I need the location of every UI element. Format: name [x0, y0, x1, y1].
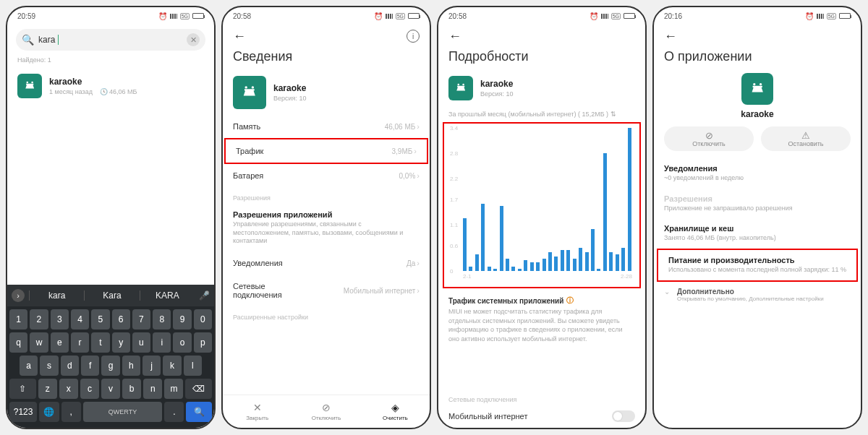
key[interactable]: m — [164, 379, 183, 399]
key[interactable]: 9 — [173, 309, 191, 330]
key[interactable]: i — [153, 332, 171, 353]
bar — [511, 267, 515, 271]
back-icon[interactable]: ← — [664, 29, 677, 44]
bar — [463, 218, 467, 271]
back-icon[interactable]: ← — [233, 29, 246, 44]
chevron-right-icon: › — [417, 259, 420, 267]
key[interactable]: f — [81, 356, 99, 376]
key[interactable]: ⌫ — [185, 379, 212, 399]
action-disable[interactable]: ⊘Отключить — [292, 395, 360, 428]
key[interactable]: j — [142, 356, 161, 376]
row-mobile-internet[interactable]: Мобильный интернет — [438, 405, 645, 428]
key[interactable]: u — [132, 332, 150, 353]
key[interactable]: t — [91, 332, 109, 353]
row-traffic[interactable]: Трафик 3,9МБ› — [224, 138, 428, 164]
toggle[interactable] — [612, 410, 635, 422]
label: Память — [233, 122, 260, 131]
bar — [597, 269, 600, 271]
row-notifications[interactable]: Уведомления ~0 уведомлений в неделю — [654, 158, 861, 189]
key[interactable]: x — [59, 379, 78, 399]
bar — [591, 229, 595, 271]
info-icon[interactable]: i — [407, 30, 420, 43]
key[interactable]: k — [163, 356, 181, 376]
bar — [530, 262, 534, 271]
key[interactable]: w — [30, 332, 48, 353]
suggestion[interactable]: kara — [29, 290, 84, 301]
app-age: 1 месяц назад — [49, 88, 93, 95]
key[interactable]: 🌐 — [39, 402, 59, 422]
keyboard[interactable]: › kara Kara KARA 🎤 1234567890 qwertyuiop… — [7, 285, 214, 428]
action-close[interactable]: ✕Закрыть — [223, 395, 292, 428]
key[interactable]: o — [173, 332, 191, 353]
key[interactable]: 8 — [153, 309, 171, 330]
close-icon: ✕ — [253, 402, 262, 413]
y-tick: 0.6 — [450, 243, 458, 249]
key[interactable]: a — [20, 356, 38, 376]
signal-icon — [170, 14, 177, 19]
signal-icon — [817, 14, 824, 19]
key[interactable]: ⇧ — [9, 379, 36, 399]
pill-stop[interactable]: ⚠Остановить — [761, 126, 851, 151]
key[interactable]: 6 — [112, 309, 130, 330]
y-tick: 2.2 — [450, 175, 458, 181]
key[interactable]: n — [143, 379, 162, 399]
battery-icon — [839, 13, 851, 19]
svg-point-0 — [26, 82, 28, 84]
row-power[interactable]: Питание и производительность Использован… — [657, 249, 858, 282]
sys-traffic-title: Трафик системных приложенийⓘ — [438, 288, 645, 307]
key[interactable]: 3 — [51, 309, 69, 330]
clear-icon[interactable]: ✕ — [187, 33, 200, 46]
key[interactable]: l — [184, 356, 202, 376]
value: 3,9МБ — [392, 147, 413, 155]
row-memory[interactable]: Память 46,06 МБ› — [223, 115, 430, 138]
key[interactable]: QWERTY — [83, 402, 162, 422]
row-notifications[interactable]: Уведомления Да› — [223, 251, 430, 275]
action-clear[interactable]: ◈Очистить — [361, 395, 430, 428]
key[interactable]: 5 — [91, 309, 109, 330]
back-icon[interactable]: ← — [448, 29, 461, 44]
nav: ← i — [223, 25, 430, 48]
key[interactable]: 🔍 — [186, 402, 212, 422]
key[interactable]: e — [51, 332, 69, 353]
key[interactable]: v — [101, 379, 120, 399]
period-selector[interactable]: За прошлый месяц (мобильный интернет) ( … — [438, 106, 645, 122]
key[interactable]: q — [9, 332, 27, 353]
key[interactable]: d — [61, 356, 79, 376]
search-result-row[interactable]: karaoke 1 месяц назад 🕓46,06 МБ — [7, 68, 214, 104]
key[interactable]: 1 — [9, 309, 27, 330]
key[interactable]: z — [38, 379, 57, 399]
key[interactable]: 0 — [194, 309, 212, 330]
key[interactable]: 2 — [30, 309, 48, 330]
search-query: kara — [38, 35, 59, 45]
pill-disable[interactable]: ⊘Отключить — [664, 126, 754, 151]
key[interactable]: r — [71, 332, 89, 353]
alarm-icon: ⏰ — [590, 12, 598, 20]
row-extra[interactable]: ⌄ Дополнительно Открывать по умолчанию, … — [654, 282, 861, 308]
suggestion-more-icon[interactable]: › — [12, 289, 25, 302]
key[interactable]: b — [122, 379, 141, 399]
row-storage[interactable]: Хранилище и кеш Занято 46,06 МБ (внутр. … — [654, 218, 861, 249]
key[interactable]: 4 — [71, 309, 89, 330]
key[interactable]: 7 — [132, 309, 150, 330]
label: Дополнительно — [677, 288, 824, 296]
key[interactable]: , — [61, 402, 81, 422]
row-app-permissions[interactable]: Разрешения приложений Управление разреше… — [223, 204, 430, 251]
key[interactable]: g — [101, 356, 119, 376]
mic-icon[interactable]: 🎤 — [199, 290, 210, 301]
row-network[interactable]: Сетевые подключения Мобильный интернет› — [223, 275, 430, 306]
key[interactable]: y — [112, 332, 130, 353]
key[interactable]: c — [80, 379, 99, 399]
key[interactable]: h — [122, 356, 140, 376]
key[interactable]: . — [164, 402, 184, 422]
x-tick: 2-1 — [463, 273, 472, 280]
suggestion[interactable]: Kara — [84, 290, 139, 301]
search-input[interactable]: 🔍 kara ✕ — [16, 29, 205, 51]
key[interactable]: ?123 — [9, 402, 37, 422]
key[interactable]: s — [40, 356, 58, 376]
phone-search: 20:59 ⏰5G 🔍 kara ✕ Найдено: 1 karaoke 1 … — [6, 6, 216, 429]
suggestion[interactable]: KARA — [140, 290, 195, 301]
net-badge: 5G — [611, 13, 621, 20]
key[interactable]: p — [194, 332, 212, 353]
section-network: Сетевые подключения — [438, 390, 645, 405]
row-battery[interactable]: Батарея 0,0%› — [223, 164, 430, 187]
